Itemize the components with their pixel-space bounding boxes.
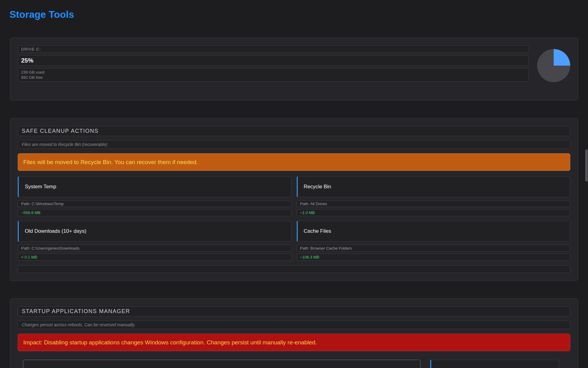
cleanup-footer-row	[18, 265, 570, 273]
cleanup-item-cache-files[interactable]: Cache Files	[297, 221, 571, 242]
cleanup-items-grid: System Temp Path: C:\Windows\Temp ~556.8…	[18, 176, 570, 265]
drive-panel: DRIVE C: 25% 239 GB used 692 GB free	[10, 37, 578, 101]
cleanup-item-name: Recycle Bin	[304, 184, 331, 190]
startup-app-action-card[interactable]	[430, 360, 559, 368]
drive-label: DRIVE C:	[21, 47, 41, 52]
startup-panel: STARTUP APPLICATIONS MANAGER Changes per…	[10, 298, 578, 368]
drive-info-column: DRIVE C: 25% 239 GB used 692 GB free	[18, 45, 529, 82]
cleanup-item-path: Path: All Drives	[297, 200, 571, 207]
cleanup-panel-title: SAFE CLEANUP ACTIONS	[18, 126, 570, 136]
startup-panel-note: Changes persist across reboots. Can be r…	[18, 320, 570, 329]
page-title: Storage Tools	[9, 9, 588, 20]
startup-panel-title: STARTUP APPLICATIONS MANAGER	[18, 306, 570, 316]
cleanup-item-path: Path: C:\Users\james\Downloads	[18, 245, 292, 251]
drive-usage-percent-row: 25%	[18, 55, 529, 66]
cleanup-item-name: System Temp	[25, 184, 56, 190]
cleanup-panel-note: Files are moved to Recycle Bin (recovera…	[18, 140, 570, 149]
cleanup-item-size: < 0.1 MB	[18, 254, 292, 261]
drive-usage-percent: 25%	[21, 57, 33, 64]
startup-app-row	[23, 360, 568, 368]
cleanup-item-path: Path: C:\Windows\Temp	[18, 200, 292, 207]
drive-free-text: 692 GB free	[21, 75, 525, 80]
cleanup-item: Cache Files Path: Browser Cache Folders …	[297, 221, 571, 265]
drive-used-text: 239 GB used	[21, 70, 525, 75]
cleanup-item-path: Path: Browser Cache Folders	[297, 245, 571, 251]
cleanup-item: Old Downloads (10+ days) Path: C:\Users\…	[18, 221, 292, 265]
cleanup-item-size: ~106.3 MB	[297, 254, 571, 261]
cleanup-item: Recycle Bin Path: All Drives ~1.0 MB	[297, 176, 571, 221]
drive-label-row: DRIVE C:	[18, 45, 529, 53]
cleanup-warning-banner: Files will be moved to Recycle Bin. You …	[18, 153, 570, 171]
scrollbar-thumb[interactable]	[585, 149, 588, 182]
drive-stats-row: 239 GB used 692 GB free	[18, 68, 529, 82]
startup-app-item[interactable]	[23, 360, 420, 368]
cleanup-item-name: Cache Files	[304, 228, 331, 234]
startup-impact-banner: Impact: Disabling startup applications c…	[18, 334, 570, 351]
cleanup-item-size: ~1.0 MB	[297, 209, 571, 216]
cleanup-item-system-temp[interactable]: System Temp	[18, 176, 292, 197]
cleanup-panel: SAFE CLEANUP ACTIONS Files are moved to …	[10, 118, 578, 281]
drive-usage-pie-chart	[537, 49, 570, 82]
cleanup-item-name: Old Downloads (10+ days)	[25, 228, 86, 234]
cleanup-item-recycle-bin[interactable]: Recycle Bin	[297, 176, 571, 197]
cleanup-item-old-downloads[interactable]: Old Downloads (10+ days)	[18, 221, 292, 242]
cleanup-item-size: ~556.8 MB	[18, 209, 292, 216]
cleanup-item: System Temp Path: C:\Windows\Temp ~556.8…	[18, 176, 292, 221]
